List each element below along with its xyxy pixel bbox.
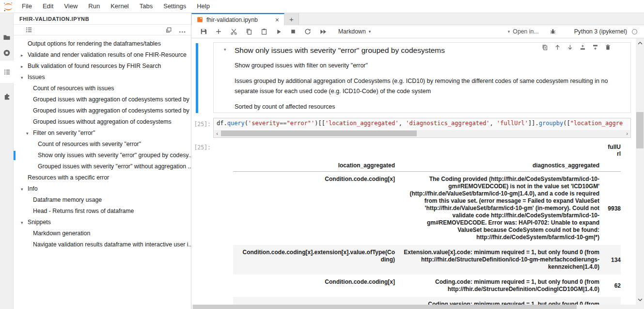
vertical-scrollbar-thumb[interactable] [636,112,644,148]
toc-item[interactable]: Resources with a specific error [14,172,191,183]
menu-tabs[interactable]: Tabs [134,0,158,13]
chevron-down-icon[interactable]: ▾ [21,184,28,195]
tab-fhir-validation[interactable]: fhir-validation.ipynb × [191,13,284,25]
df-col-header [233,141,395,160]
dock-running-kernels[interactable] [0,43,14,63]
editor-horizontal-scrollbar[interactable]: ‹ › [214,130,630,137]
duplicate-cell-icon[interactable] [542,44,548,50]
toc-item[interactable]: Grouped issues without aggregation of co… [14,116,191,128]
new-tab-button[interactable]: + [284,13,299,25]
move-down-icon[interactable] [567,44,573,50]
table-of-contents-panel: FHIR-VALIDATION.IPYNB ... Output options… [14,13,191,309]
save-icon[interactable] [200,28,207,35]
insert-below-icon[interactable] [592,44,598,50]
toc-item[interactable]: ▾Filter on severity "error" [14,128,191,139]
toc-tree: Output options for rendering the datafra… [14,35,191,250]
chevron-right-icon[interactable]: ▸ [21,50,28,61]
toc-item[interactable]: ▾Info [14,183,191,195]
dock-extension-manager[interactable] [0,87,14,106]
chevron-down-icon[interactable]: ▾ [21,217,28,228]
scroll-up-icon[interactable] [636,39,644,47]
close-tab-icon[interactable]: × [274,16,280,23]
stop-kernel-icon[interactable] [290,29,296,34]
code-editor[interactable]: df.query('severity=="error"')[['location… [213,118,631,138]
menu-settings[interactable]: Settings [158,0,191,13]
toc-item[interactable]: Grouped issues with aggregation of codes… [14,94,191,105]
open-in-dropdown[interactable]: ▾ Open in... [508,28,539,35]
toc-item-label: Grouped issues with severity "error" wit… [38,163,191,170]
run-cell-icon[interactable] [276,29,282,35]
toc-item[interactable]: Dataframe memory usage [14,195,191,206]
output-prompt: [25]: [191,144,211,151]
numbered-list-icon[interactable] [25,26,32,33]
chevron-down-icon[interactable]: ▾ [26,128,33,139]
toc-item[interactable]: Count of resources with severity "error" [14,139,191,150]
toc-item[interactable]: ▾Snippets [14,217,191,228]
horizontal-scrollbar-thumb[interactable] [193,305,577,309]
df-fullurl-cell: 134 [599,245,621,275]
toc-item[interactable]: Grouped issues with severity "error" wit… [14,161,191,172]
kernel-status-icon[interactable] [632,29,637,34]
cut-cell-icon[interactable] [230,28,237,35]
scroll-right-icon[interactable]: › [624,130,630,137]
markdown-paragraph: Show grouped issues with filter on sever… [235,61,622,70]
toc-item[interactable]: Grouped issues with aggregation of codes… [14,105,191,116]
running-kernels-icon [3,49,11,57]
toc-item[interactable]: Markdown generation [14,228,191,239]
menu-edit[interactable]: Edit [37,0,59,13]
dock-table-of-contents[interactable] [0,61,14,83]
df-location-cell [233,297,395,305]
table-row: Condition.code.coding[x].extension[x].va… [233,245,621,275]
kernel-name[interactable]: Python 3 (ipykernel) [574,28,627,35]
collapse-all-icon[interactable] [165,27,172,33]
add-cell-icon[interactable] [215,28,222,35]
delete-cell-icon[interactable] [605,44,611,50]
toc-item[interactable]: Output options for rendering the datafra… [14,38,191,49]
markdown-cell[interactable]: ▾ Show only issues with severity "error"… [213,42,631,113]
cell-type-dropdown[interactable]: Markdown ▾ [338,28,371,35]
menu-file[interactable]: File [16,0,37,13]
notebook-dock-panel: fhir-validation.ipynb × + Markdown ▾ ▾ O… [191,13,644,309]
move-up-icon[interactable] [554,44,561,50]
editor-scrollbar-thumb[interactable] [221,130,417,136]
code-token: "location_aggre [570,120,623,127]
toc-item-label: Grouped issues without aggregation of co… [33,118,172,125]
code-token: 'severity=="error"' [248,120,314,127]
table-row: Coding.version: minimum required = 1, bu… [233,297,621,305]
run-all-icon[interactable] [319,29,327,35]
menu-run[interactable]: Run [83,0,105,13]
notebook-vertical-scrollbar[interactable] [636,38,644,305]
menu-help[interactable]: Help [191,0,215,13]
menu-kernel[interactable]: Kernel [105,0,134,13]
toc-item[interactable]: Show only issues with severity "error" g… [14,150,191,161]
code-token: , [399,120,406,127]
bug-icon[interactable] [550,28,556,35]
file-browser-icon [3,33,11,41]
toc-item-label: Validate and render validation results o… [28,51,187,58]
toc-item[interactable]: ▸Validate and render validation results … [14,49,191,61]
restart-kernel-icon[interactable] [304,28,311,35]
toc-item-label: Dataframe memory usage [33,196,102,203]
cell-type-value: Markdown [338,28,366,35]
more-options-icon[interactable]: ... [179,26,186,34]
copy-cell-icon[interactable] [246,28,252,35]
jupyter-logo-icon [3,1,14,12]
toc-item[interactable]: ▾Issues [14,72,191,83]
toc-item[interactable]: Count of resources with issues [14,83,191,94]
toc-item-label: Grouped issues with aggregation of codes… [33,96,191,103]
toc-item[interactable]: ▸Bulk validation of found resources by F… [14,61,191,72]
menu-view[interactable]: View [59,0,83,13]
cell-collapser-icon[interactable]: ▾ [224,47,226,52]
chevron-right-icon[interactable]: ▸ [21,61,28,72]
insert-above-icon[interactable] [580,44,586,50]
df-location-cell: Condition.code.coding[x] [233,172,395,245]
toc-item-label: Grouped issues with aggregation of codes… [33,107,191,114]
toc-item[interactable]: Navigate validation results dataframe wi… [14,239,191,250]
table-row: Condition.code.coding[x]Coding.code: min… [233,275,621,297]
toc-item[interactable]: Head - Returns first rows of dataframe [14,206,191,217]
chevron-down-icon[interactable]: ▾ [21,72,28,83]
scroll-down-icon[interactable] [636,296,644,304]
scroll-left-icon[interactable]: ‹ [214,130,220,137]
notebook-horizontal-scrollbar[interactable] [191,305,644,309]
paste-cell-icon[interactable] [261,28,267,35]
